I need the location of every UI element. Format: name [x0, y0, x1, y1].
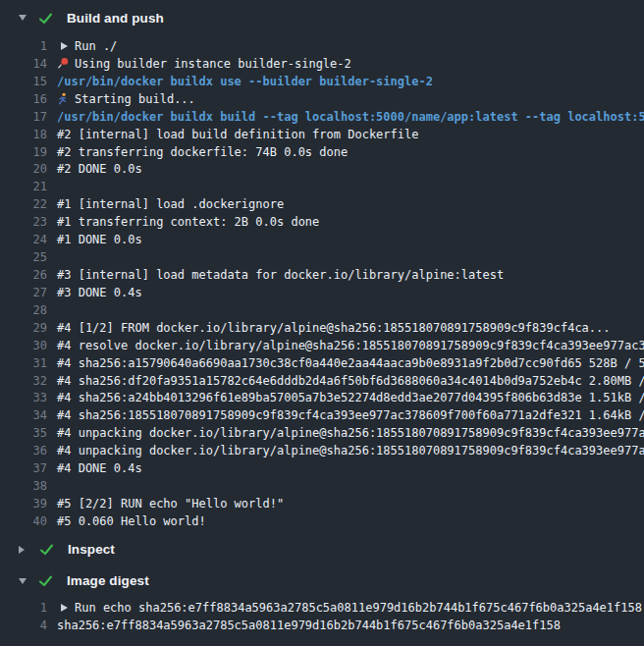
log-body: 1Run echo sha256:e7ff8834a5963a2785c5a08… [0, 597, 644, 638]
log-text: #4 [1/2] FROM docker.io/library/alpine@s… [47, 320, 611, 338]
log-body: 1Run ./14Using builder instance builder-… [0, 35, 644, 534]
line-number[interactable]: 37 [0, 460, 47, 478]
log-text: Using builder instance builder-single-2 [47, 56, 351, 74]
line-number[interactable]: 40 [0, 513, 47, 531]
log-text: #4 unpacking docker.io/library/alpine@sh… [47, 443, 644, 460]
log-line: 19#2 transferring dockerfile: 74B 0.0s d… [0, 144, 644, 162]
log-line: 29#4 [1/2] FROM docker.io/library/alpine… [0, 320, 644, 338]
section-title: Image digest [67, 573, 149, 588]
chevron-right-icon[interactable] [19, 546, 25, 554]
section-title: Inspect [68, 542, 115, 557]
line-number[interactable]: 1 [0, 38, 47, 56]
log-text: #4 DONE 0.4s [47, 460, 142, 478]
log-line: 36#4 unpacking docker.io/library/alpine@… [0, 443, 644, 460]
log-line: 14Using builder instance builder-single-… [0, 56, 644, 74]
check-icon [38, 573, 53, 588]
section-title: Build and push [67, 11, 164, 26]
log-line: 24#1 DONE 0.0s [0, 232, 644, 249]
line-number[interactable]: 19 [0, 144, 47, 162]
check-icon [39, 542, 54, 557]
log-text: #2 transferring dockerfile: 74B 0.0s don… [47, 144, 348, 162]
section-header-image-digest[interactable]: Image digest [0, 565, 644, 597]
log-line: 34#4 sha256:185518070891758909c9f839cf4c… [0, 407, 644, 425]
section-inspect: Inspect [0, 534, 644, 565]
log-text[interactable]: Run ./ [47, 38, 117, 56]
section-header-build-and-push[interactable]: Build and push [0, 0, 644, 35]
log-line: 23#1 transferring context: 2B 0.0s done [0, 214, 644, 232]
section-header-inspect[interactable]: Inspect [0, 534, 644, 565]
line-number[interactable]: 25 [0, 249, 47, 267]
log-text: #4 sha256:df20fa9351a15782c64e6dddb2d4a6… [47, 373, 644, 391]
line-number[interactable]: 28 [0, 302, 47, 320]
line-number[interactable]: 18 [0, 127, 47, 144]
runner-icon [57, 91, 70, 109]
line-number[interactable]: 30 [0, 338, 47, 355]
log-line: 15/usr/bin/docker buildx use --builder b… [0, 74, 644, 91]
log-text: #3 DONE 0.4s [47, 285, 142, 302]
log-line: 28 [0, 302, 644, 320]
log-line: 35#4 unpacking docker.io/library/alpine@… [0, 425, 644, 443]
line-number[interactable]: 21 [0, 179, 47, 196]
line-number[interactable]: 33 [0, 390, 47, 407]
log-line: 39#5 [2/2] RUN echo "Hello world!" [0, 496, 644, 513]
log-line: 26#3 [internal] load metadata for docker… [0, 267, 644, 285]
line-number[interactable]: 31 [0, 355, 47, 373]
log-text: Starting build... [47, 91, 195, 109]
log-line: 40#5 0.060 Hello world! [0, 513, 644, 531]
line-number[interactable]: 39 [0, 496, 47, 513]
line-number[interactable]: 27 [0, 285, 47, 302]
log-line: 1Run ./ [0, 38, 644, 56]
check-icon [38, 11, 53, 26]
log-line: 38 [0, 478, 644, 496]
line-number[interactable]: 4 [0, 618, 47, 635]
log-text: #5 0.060 Hello world! [47, 513, 206, 531]
log-line: 18#2 [internal] load build definition fr… [0, 127, 644, 144]
line-number[interactable]: 15 [0, 74, 47, 91]
log-line: 17/usr/bin/docker buildx build --tag loc… [0, 109, 644, 127]
log-line: 20#2 DONE 0.0s [0, 161, 644, 179]
log-text [47, 179, 57, 196]
pushpin-icon [57, 56, 70, 74]
line-number[interactable]: 32 [0, 373, 47, 391]
line-number[interactable]: 1 [0, 600, 47, 618]
line-number[interactable]: 35 [0, 425, 47, 443]
log-line: 27#3 DONE 0.4s [0, 285, 644, 302]
play-icon[interactable] [61, 42, 68, 50]
line-number[interactable]: 36 [0, 443, 47, 460]
log-text[interactable]: Run echo sha256:e7ff8834a5963a2785c5a081… [47, 600, 642, 618]
line-number[interactable]: 34 [0, 407, 47, 425]
log-text: #1 DONE 0.0s [47, 232, 142, 249]
log-text: #4 sha256:185518070891758909c9f839cf4ca3… [47, 407, 644, 425]
log-text: #4 sha256:a15790640a6690aa1730c38cf0a440… [47, 355, 644, 373]
log-command-text: /usr/bin/docker buildx use --builder bui… [47, 74, 433, 91]
log-text [47, 302, 57, 320]
log-command-text: /usr/bin/docker buildx build --tag local… [47, 109, 644, 127]
log-text [47, 478, 57, 496]
log-line: 21 [0, 179, 644, 196]
chevron-down-icon[interactable] [19, 578, 27, 584]
line-number[interactable]: 22 [0, 196, 47, 214]
log-line: 22#1 [internal] load .dockerignore [0, 196, 644, 214]
line-number[interactable]: 38 [0, 478, 47, 496]
log-text [47, 249, 57, 267]
line-number[interactable]: 20 [0, 161, 47, 179]
log-line: 30#4 resolve docker.io/library/alpine@sh… [0, 338, 644, 355]
line-number[interactable]: 23 [0, 214, 47, 232]
log-line: 4sha256:e7ff8834a5963a2785c5a0811e979d16… [0, 618, 644, 635]
line-number[interactable]: 24 [0, 232, 47, 249]
log-line: 25 [0, 249, 644, 267]
section-image-digest: Image digest 1Run echo sha256:e7ff8834a5… [0, 565, 644, 638]
line-number[interactable]: 14 [0, 56, 47, 74]
line-number[interactable]: 16 [0, 91, 47, 109]
log-line: 16Starting build... [0, 91, 644, 109]
line-number[interactable]: 29 [0, 320, 47, 338]
line-number[interactable]: 17 [0, 109, 47, 127]
log-text: #2 [internal] load build definition from… [47, 127, 418, 144]
play-icon[interactable] [61, 604, 68, 612]
log-text: #4 resolve docker.io/library/alpine@sha2… [47, 338, 644, 355]
log-text: #4 unpacking docker.io/library/alpine@sh… [47, 425, 644, 443]
chevron-down-icon[interactable] [19, 15, 27, 21]
section-build-and-push: Build and push 1Run ./14Using builder in… [0, 0, 644, 534]
line-number[interactable]: 26 [0, 267, 47, 285]
log-text: #4 sha256:a24bb4013296f61e89ba57005a7b3e… [47, 390, 644, 407]
